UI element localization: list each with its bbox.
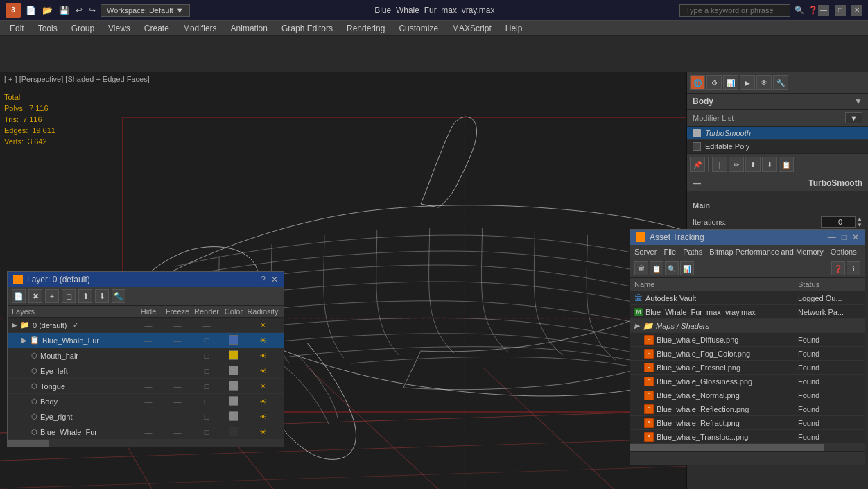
- workspace-selector[interactable]: Workspace: Default ▼: [101, 4, 190, 17]
- undo-icon[interactable]: ↩: [73, 4, 85, 17]
- panel-icon-display[interactable]: 🌐: [690, 75, 705, 90]
- open-icon[interactable]: 📂: [40, 4, 55, 17]
- mod-btn-2[interactable]: ✏: [729, 157, 744, 172]
- menu-graph-editors[interactable]: Graph Editors: [275, 21, 340, 36]
- asset-menu-bitmap-perf[interactable]: Bitmap Performance and Memory: [709, 246, 823, 257]
- layer-color-body[interactable]: [221, 396, 246, 407]
- modifier-dropdown-icon[interactable]: ▼: [845, 112, 862, 123]
- mod-btn-4[interactable]: ⬇: [762, 157, 777, 172]
- layer-check-default[interactable]: ✓: [73, 321, 78, 329]
- layer-btn-highlight[interactable]: 🔦: [112, 289, 125, 303]
- layer-close-button[interactable]: ✕: [271, 275, 278, 284]
- turbosmooth-collapse-icon[interactable]: —: [693, 178, 701, 188]
- asset-maximize-button[interactable]: □: [842, 232, 847, 242]
- asset-close-button[interactable]: ✕: [852, 232, 859, 242]
- asset-row-maps-group[interactable]: ▶ 📁 Maps / Shaders: [630, 319, 865, 333]
- layer-render-er[interactable]: □: [192, 413, 221, 421]
- layer-freeze-er[interactable]: —: [163, 413, 192, 421]
- asset-menu-file[interactable]: File: [663, 246, 676, 257]
- mod-btn-5[interactable]: 📋: [779, 157, 794, 172]
- layer-btn-select[interactable]: ◻: [62, 289, 76, 303]
- asset-menu-server[interactable]: Server: [634, 246, 657, 257]
- asset-row-glossiness[interactable]: P Blue_whale_Glossiness.png Found: [630, 375, 865, 388]
- layer-color-bwf[interactable]: [221, 335, 246, 346]
- layer-freeze-mh[interactable]: —: [163, 352, 192, 360]
- asset-row-maxfile[interactable]: M Blue_Whale_Fur_max_vray.max Network Pa…: [630, 305, 865, 319]
- collapse-icon[interactable]: ▼: [854, 96, 862, 106]
- layer-row-eye-left[interactable]: ⬡ Eye_left — — □ ☀: [8, 363, 284, 379]
- layer-row-bwf-2[interactable]: ⬡ Blue_Whale_Fur — — □ ☀: [8, 424, 284, 440]
- layer-radiosity-body[interactable]: ☀: [246, 397, 279, 406]
- asset-row-reflection[interactable]: P Blue_whale_Reflection.png Found: [630, 402, 865, 416]
- menu-create[interactable]: Create: [137, 21, 176, 36]
- layer-radiosity-default[interactable]: ☀: [246, 320, 279, 330]
- workspace-chevron-icon[interactable]: ▼: [176, 6, 184, 15]
- maximize-button[interactable]: □: [835, 5, 846, 16]
- minimize-button[interactable]: —: [818, 5, 829, 16]
- asset-row-refract[interactable]: P Blue_whale_Refract.png Found: [630, 416, 865, 430]
- layer-color-el[interactable]: [221, 366, 246, 377]
- asset-minimize-button[interactable]: —: [828, 232, 836, 242]
- layer-hide-t[interactable]: —: [134, 382, 163, 391]
- layer-radiosity-bwf2[interactable]: ☀: [246, 427, 279, 437]
- layer-btn-add[interactable]: +: [45, 289, 59, 303]
- asset-menu-paths[interactable]: Paths: [683, 246, 702, 257]
- asset-row-diffuse[interactable]: P Blue_whale_Diffuse.png Found: [630, 333, 865, 347]
- layer-freeze-bwf2[interactable]: —: [163, 428, 192, 436]
- panel-icon-hierarchy[interactable]: 📊: [723, 75, 738, 90]
- layer-row-mouth-hair[interactable]: ⬡ Mouth_hair — — □ ☀: [8, 348, 284, 363]
- layer-row-tongue[interactable]: ⬡ Tongue — — □ ☀: [8, 379, 284, 394]
- layer-render-bwf[interactable]: □: [192, 336, 221, 345]
- new-icon[interactable]: 📄: [24, 4, 38, 17]
- layer-render-body[interactable]: □: [192, 397, 221, 406]
- layer-expand-bwf-icon[interactable]: ▶: [21, 336, 27, 344]
- panel-icon-motion[interactable]: ▶: [740, 75, 755, 90]
- modifier-eye-icon[interactable]: [693, 129, 701, 137]
- layer-radiosity-el[interactable]: ☀: [246, 366, 279, 376]
- layer-freeze-default[interactable]: —: [163, 321, 192, 329]
- asset-row-transluc[interactable]: P Blue_whale_Transluc...png Found: [630, 430, 865, 444]
- menu-modifiers[interactable]: Modifiers: [176, 21, 224, 36]
- layer-render-el[interactable]: □: [192, 367, 221, 375]
- layer-render-bwf2[interactable]: □: [192, 428, 221, 436]
- asset-row-normal[interactable]: P Blue_whale_Normal.png Found: [630, 388, 865, 402]
- panel-icon-utilities[interactable]: 🔧: [773, 75, 788, 90]
- layer-color-mh[interactable]: [221, 350, 246, 361]
- layer-scrollbar-h[interactable]: [8, 440, 284, 447]
- asset-row-fog[interactable]: P Blue_whale_Fog_Color.png Found: [630, 347, 865, 361]
- layer-hide-body[interactable]: —: [134, 397, 163, 406]
- close-button[interactable]: ✕: [851, 5, 862, 16]
- iterations-input[interactable]: [821, 216, 856, 228]
- asset-menu-options[interactable]: Options: [831, 246, 857, 257]
- layer-row-blue-whale-fur[interactable]: ▶ 📋 Blue_Whale_Fur — — □ ☀: [8, 333, 284, 348]
- layer-hide-el[interactable]: —: [134, 367, 163, 375]
- layer-hide-bwf2[interactable]: —: [134, 428, 163, 436]
- layer-freeze-body[interactable]: —: [163, 397, 192, 406]
- modifier-checkbox[interactable]: [693, 142, 701, 151]
- layer-color-t[interactable]: [221, 381, 246, 392]
- asset-scrollbar-h[interactable]: [630, 444, 865, 451]
- menu-edit[interactable]: Edit: [3, 21, 31, 36]
- menu-group[interactable]: Group: [64, 21, 101, 36]
- layer-render-default[interactable]: —: [192, 321, 221, 329]
- menu-maxscript[interactable]: MAXScript: [445, 21, 498, 36]
- iterations-up-icon[interactable]: ▲: [857, 216, 862, 222]
- mod-pin-button[interactable]: 📌: [690, 157, 705, 172]
- turbosmooth-title[interactable]: — TurboSmooth: [687, 175, 868, 191]
- layer-row-eye-right[interactable]: ⬡ Eye_right — — □ ☀: [8, 409, 284, 424]
- layer-row-body[interactable]: ⬡ Body — — □ ☀: [8, 394, 284, 409]
- save-icon[interactable]: 💾: [57, 4, 71, 17]
- layer-hide-bwf[interactable]: —: [134, 336, 163, 345]
- layer-color-er[interactable]: [221, 411, 246, 422]
- layer-radiosity-mh[interactable]: ☀: [246, 351, 279, 361]
- layer-help-button[interactable]: ?: [261, 275, 266, 284]
- panel-icon-display2[interactable]: 👁: [756, 75, 772, 90]
- layer-freeze-bwf[interactable]: —: [163, 336, 192, 345]
- search-input[interactable]: [679, 4, 790, 17]
- layer-hide-mh[interactable]: —: [134, 352, 163, 360]
- menu-rendering[interactable]: Rendering: [340, 21, 392, 36]
- asset-row-vault[interactable]: 🏛 Autodesk Vault Logged Ou...: [630, 291, 865, 305]
- asset-btn-3[interactable]: 🔍: [665, 261, 679, 275]
- layer-hide-default[interactable]: —: [134, 321, 163, 329]
- asset-btn-2[interactable]: 📋: [650, 261, 663, 275]
